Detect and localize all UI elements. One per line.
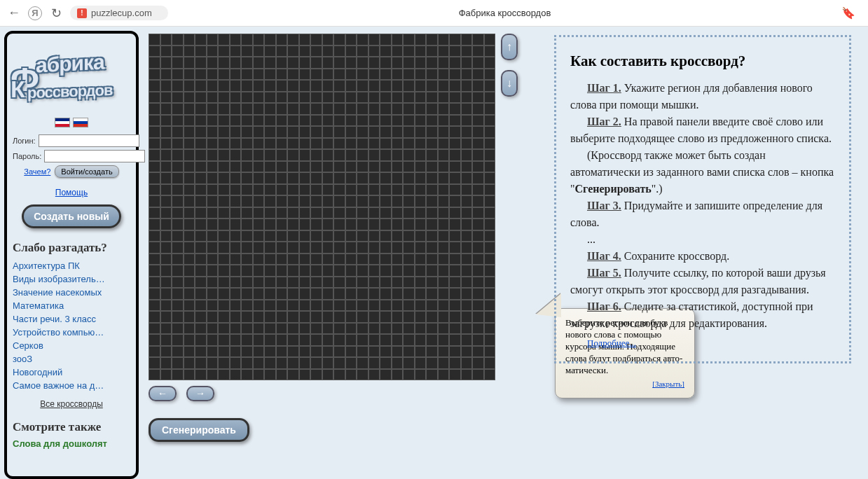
all-crosswords-link[interactable]: Все кроссворды (40, 399, 103, 409)
browser-toolbar: ← Я ↻ ! puzzlecup.com Фабрика кроссвордо… (0, 0, 868, 27)
step5-label: Шаг 5. (587, 267, 621, 279)
scroll-up-button[interactable]: ↑ (501, 34, 518, 60)
url-text: puzzlecup.com (91, 8, 152, 18)
list-item[interactable]: зооЗ (13, 352, 130, 366)
list-item[interactable]: Устройство компью… (13, 326, 130, 339)
flag-en-icon[interactable] (55, 118, 70, 127)
scroll-right-button[interactable]: → (186, 386, 214, 401)
crossword-grid[interactable] (149, 34, 495, 380)
generate-button[interactable]: Сгенерировать (149, 418, 249, 442)
sidebar: Ф абрика К россвордов Логин: Пароль: Зач… (4, 31, 139, 479)
list-item[interactable]: Новогодний (13, 366, 130, 379)
logo: Ф абрика К россвордов (12, 39, 131, 115)
browser-menu-icon[interactable]: Я (28, 6, 42, 20)
why-link[interactable]: Зачем? (24, 167, 50, 176)
step2-label: Шаг 2. (587, 116, 621, 127)
url-bar[interactable]: ! puzzlecup.com (70, 6, 168, 20)
flag-ru-icon[interactable] (73, 118, 88, 127)
login-input[interactable] (39, 134, 139, 147)
step6-label: Шаг 6. (587, 300, 621, 312)
help-link[interactable]: Помощь (55, 188, 88, 197)
scroll-down-button[interactable]: ↓ (501, 70, 518, 97)
back-icon[interactable]: ← (6, 5, 22, 22)
list-item[interactable]: Самое важное на д… (13, 379, 130, 392)
step1-label: Шаг 1. (587, 82, 621, 94)
list-item[interactable]: Серков (13, 339, 130, 352)
create-new-button[interactable]: Создать новый (22, 204, 121, 228)
list-item[interactable]: Математика (13, 299, 130, 312)
crossword-list: Архитектура ПК Виды изобразитель… Значен… (13, 259, 130, 392)
reload-icon[interactable]: ↻ (48, 5, 64, 22)
password-label: Пароль: (13, 152, 41, 160)
list-item[interactable]: Виды изобразитель… (13, 272, 130, 286)
list-item[interactable]: Части речи. 3 класс (13, 312, 130, 326)
login-button[interactable]: Войти/создать (55, 165, 118, 178)
step4-label: Шаг 4. (587, 250, 621, 262)
insecure-icon: ! (77, 8, 87, 18)
password-input[interactable] (44, 150, 145, 162)
tab-title: Фабрика кроссвордов (174, 8, 836, 18)
bookmark-icon[interactable]: 🔖 (841, 6, 855, 20)
see-also-link[interactable]: Слова для дошколят (13, 438, 107, 449)
instructions-title: Как составить кроссворд? (570, 53, 835, 70)
login-label: Логин: (13, 137, 36, 145)
language-flags (55, 118, 88, 127)
step3-label: Шаг 3. (587, 200, 621, 211)
main-area: ↑ ↓ ← → Сгенерировать Выберите регион дл… (139, 27, 868, 479)
list-item[interactable]: Архитектура ПК (13, 259, 130, 272)
tooltip-close[interactable]: [Закрыть] (565, 379, 684, 389)
instructions-panel: Как составить кроссворд? Шаг 1. Укажите … (554, 35, 851, 363)
more-link[interactable]: Подробнее... (570, 338, 835, 349)
see-also-heading: Смотрите также (13, 420, 101, 434)
scroll-left-button[interactable]: ← (149, 386, 177, 401)
list-item[interactable]: Значение насекомых (13, 286, 130, 299)
solve-heading: Слабо разгадать? (13, 241, 107, 255)
